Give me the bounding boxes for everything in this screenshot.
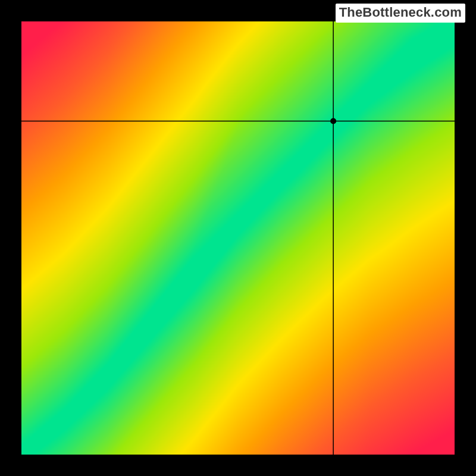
- bottleneck-heatmap: [21, 21, 455, 455]
- chart-stage: TheBottleneck.com: [0, 0, 476, 476]
- watermark-text: TheBottleneck.com: [336, 4, 465, 23]
